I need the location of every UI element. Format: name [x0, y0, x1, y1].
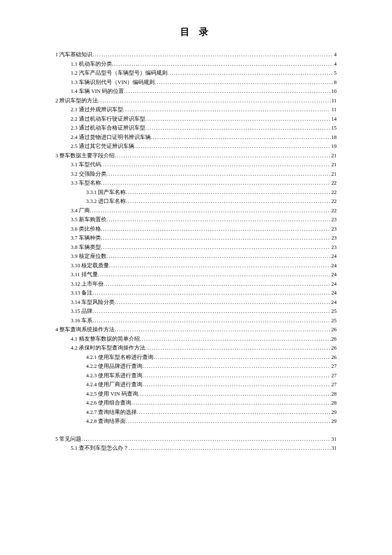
toc-leader-dots	[101, 243, 331, 252]
toc-entry-label: 3.15 品牌	[71, 307, 92, 316]
toc-entry-page: 18	[331, 133, 337, 142]
toc-entry-page: 15	[331, 124, 337, 133]
toc-entry-page: 25	[331, 316, 337, 326]
toc-leader-dots	[81, 435, 330, 444]
toc-entry[interactable]: 3.3.2 进口车名称22	[55, 197, 337, 206]
toc-leader-dots	[131, 399, 330, 408]
toc-entry[interactable]: 3 整车数据主要字段介绍21	[55, 151, 337, 161]
toc-leader-dots	[90, 206, 331, 216]
toc-leader-dots	[92, 307, 331, 316]
toc-leader-dots	[134, 142, 331, 151]
toc-entry[interactable]: 4.1 精友整车数据的简单介绍26	[55, 335, 337, 344]
toc-entry-page: 21	[331, 160, 337, 170]
document-page: 目 录 1 汽车基础知识41.1 机动车的分类41.2 汽车产品型号（车辆型号）…	[0, 0, 392, 479]
toc-entry[interactable]: 1.2 汽车产品型号（车辆型号）编码规则5	[55, 69, 337, 78]
toc-entry[interactable]: 2.3 通过机动车合格证辨识车型15	[55, 124, 337, 133]
toc-entry[interactable]: 3.9 核定座位数24	[55, 252, 337, 261]
toc-leader-dots	[140, 335, 331, 344]
toc-entry-label: 2.5 通过其它凭证辨识车辆	[71, 142, 134, 151]
toc-entry[interactable]: 4.2.2 使用品牌进行查询27	[55, 362, 337, 371]
toc-entry-label: 4.2.6 使用组合查询	[86, 399, 131, 408]
toc-entry[interactable]: 3.13 备注24	[55, 289, 337, 298]
toc-entry-page: 25	[331, 307, 337, 316]
toc-entry-label: 2.2 通过机动车行驶证辨识车型	[71, 115, 145, 124]
toc-leader-dots	[104, 280, 331, 289]
toc-entry[interactable]: 1.4 车辆 VIN 码的位置10	[55, 87, 337, 96]
toc-entry-label: 2.4 通过货物进口证明书辨识车辆	[71, 133, 151, 142]
toc-leader-dots	[112, 60, 333, 69]
toc-leader-dots	[101, 160, 331, 170]
toc-entry-label: 3.6 类比价格	[71, 225, 101, 234]
toc-leader-dots	[92, 289, 331, 298]
toc-entry[interactable]: 1.3 车辆识别代号（VIN）编码规则8	[55, 78, 337, 87]
toc-leader-dots	[115, 325, 330, 335]
toc-entry-label: 3.11 排气量	[71, 270, 98, 280]
toc-entry-page: 4	[333, 50, 337, 60]
toc-entry-page: 5	[333, 69, 337, 78]
toc-entry-page: 27	[331, 371, 337, 381]
toc-entry-page: 24	[331, 298, 337, 307]
toc-leader-dots	[126, 417, 330, 426]
toc-entry[interactable]: 4.2.4 使用厂商进行查询27	[55, 380, 337, 390]
toc-entry-label: 1.1 机动车的分类	[71, 60, 112, 69]
toc-leader-dots	[123, 105, 331, 115]
toc-leader-dots	[101, 225, 331, 234]
toc-entry[interactable]: 1.1 机动车的分类4	[55, 60, 337, 69]
toc-entry-label: 3.3.1 国产车名称	[86, 188, 126, 197]
toc-leader-dots	[138, 390, 331, 399]
toc-entry-label: 4.2.5 使用 VIN 码查询	[86, 390, 138, 399]
toc-leader-dots	[101, 234, 331, 243]
toc-entry[interactable]: 3.10 核定载质量24	[55, 261, 337, 271]
toc-leader-dots	[129, 444, 331, 453]
toc-entry-label: 5 常见问题	[55, 435, 81, 444]
toc-entry[interactable]: 2.4 通过货物进口证明书辨识车辆18	[55, 133, 337, 142]
toc-entry[interactable]: 2.5 通过其它凭证辨识车辆19	[55, 142, 337, 151]
toc-leader-dots	[124, 87, 330, 96]
toc-entry[interactable]: 3.7 车辆种类23	[55, 234, 337, 243]
toc-entry[interactable]: 3.15 品牌25	[55, 307, 337, 316]
toc-entry[interactable]: 5.1 查不到车型怎么办？31	[55, 444, 337, 453]
toc-entry-label: 2 辨识车型的方法	[55, 96, 98, 106]
toc-entry[interactable]: 3.12 上市年份24	[55, 280, 337, 289]
toc-entry-page: 28	[331, 390, 337, 399]
toc-entry[interactable]: 3.6 类比价格23	[55, 225, 337, 234]
toc-entry[interactable]: 3.11 排气量24	[55, 270, 337, 280]
toc-entry-label: 3.12 上市年份	[71, 280, 104, 289]
toc-container: 1 汽车基础知识41.1 机动车的分类41.2 汽车产品型号（车辆型号）编码规则…	[55, 50, 337, 453]
toc-entry[interactable]: 4.2.3 使用车系进行查询27	[55, 371, 337, 381]
toc-entry[interactable]: 3.16 车系25	[55, 316, 337, 326]
toc-leader-dots	[107, 215, 331, 225]
toc-entry-label: 3.3.2 进口车名称	[86, 197, 126, 206]
toc-leader-dots	[98, 96, 331, 106]
toc-entry-label: 4.2.7 查询结果的选择	[86, 408, 137, 417]
toc-entry[interactable]: 3.4 厂商22	[55, 206, 337, 216]
toc-entry[interactable]: 3.14 车型风险分类24	[55, 298, 337, 307]
toc-leader-dots	[126, 197, 330, 206]
toc-title: 目 录	[55, 26, 337, 38]
toc-entry[interactable]: 2.1 通过外观辨识车型11	[55, 105, 337, 115]
toc-entry[interactable]: 2.2 通过机动车行驶证辨识车型14	[55, 115, 337, 124]
toc-spacer	[55, 426, 337, 435]
toc-entry-page: 14	[331, 115, 337, 124]
toc-entry[interactable]: 3.3 车型名称22	[55, 179, 337, 188]
toc-entry[interactable]: 3.3.1 国产车名称22	[55, 188, 337, 197]
toc-entry[interactable]: 4.2 承保时的车型查询操作方法26	[55, 344, 337, 353]
toc-entry[interactable]: 2 辨识车型的方法11	[55, 96, 337, 106]
toc-leader-dots	[153, 353, 330, 362]
toc-entry[interactable]: 3.5 新车购置价23	[55, 215, 337, 225]
toc-entry[interactable]: 4.2.8 查询结界面29	[55, 417, 337, 426]
toc-entry[interactable]: 3.2 交强险分类21	[55, 170, 337, 179]
toc-entry[interactable]: 5 常见问题31	[55, 435, 337, 444]
toc-entry-label: 3.8 车辆类型	[71, 243, 101, 252]
toc-entry[interactable]: 4.2.5 使用 VIN 码查询28	[55, 390, 337, 399]
toc-entry[interactable]: 4.2.6 使用组合查询28	[55, 399, 337, 408]
toc-entry-page: 23	[331, 215, 337, 225]
toc-entry-page: 24	[331, 252, 337, 261]
toc-entry[interactable]: 1 汽车基础知识4	[55, 50, 337, 60]
toc-entry-page: 10	[331, 87, 337, 96]
toc-entry[interactable]: 4.2.7 查询结果的选择29	[55, 408, 337, 417]
toc-entry[interactable]: 4 整车查询系统操作方法26	[55, 325, 337, 335]
toc-entry[interactable]: 3.1 车型代码21	[55, 160, 337, 170]
toc-entry[interactable]: 3.8 车辆类型23	[55, 243, 337, 252]
toc-entry[interactable]: 4.2.1 使用车型名称进行查询26	[55, 353, 337, 362]
